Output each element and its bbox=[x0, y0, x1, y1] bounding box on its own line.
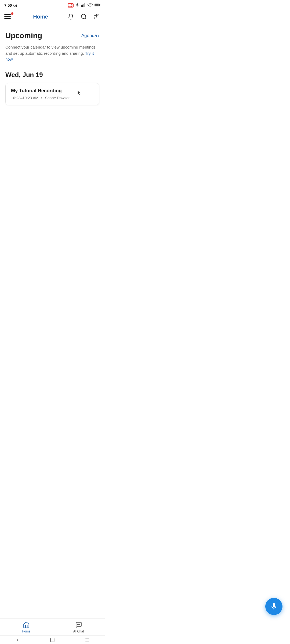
svg-rect-5 bbox=[84, 3, 85, 7]
recording-title: My Tutorial Recording bbox=[11, 88, 94, 94]
svg-point-10 bbox=[81, 14, 86, 19]
svg-rect-2 bbox=[81, 5, 82, 7]
agenda-link[interactable]: Agenda bbox=[81, 33, 99, 39]
upload-button[interactable] bbox=[93, 13, 100, 20]
svg-rect-0 bbox=[68, 4, 71, 7]
menu-badge bbox=[11, 12, 13, 15]
svg-rect-9 bbox=[95, 4, 99, 6]
upcoming-description: Connect your calendar to view upcoming m… bbox=[5, 44, 99, 63]
notification-button[interactable] bbox=[67, 13, 75, 20]
svg-rect-4 bbox=[83, 4, 84, 7]
video-record-icon bbox=[68, 3, 74, 8]
status-bar: 7:50 AM bbox=[0, 0, 105, 10]
search-button[interactable] bbox=[80, 13, 88, 20]
upcoming-title: Upcoming bbox=[5, 31, 42, 40]
signal-icon bbox=[81, 3, 86, 8]
svg-rect-3 bbox=[82, 5, 83, 7]
recording-card[interactable]: My Tutorial Recording 10:23–10:23 AM • S… bbox=[5, 83, 99, 105]
status-icons bbox=[68, 3, 100, 8]
nav-icons bbox=[67, 13, 100, 20]
recording-presenter: Shane Dawson bbox=[45, 96, 71, 100]
nav-title: Home bbox=[33, 14, 48, 20]
status-time: 7:50 AM bbox=[4, 3, 17, 8]
svg-line-11 bbox=[85, 18, 86, 19]
bluetooth-icon bbox=[75, 3, 79, 8]
date-heading: Wed, Jun 19 bbox=[5, 71, 99, 79]
upcoming-header: Upcoming Agenda bbox=[5, 31, 99, 40]
svg-point-6 bbox=[90, 6, 91, 7]
meta-dot: • bbox=[41, 96, 42, 100]
svg-rect-8 bbox=[100, 4, 100, 5]
svg-marker-1 bbox=[71, 4, 73, 7]
nav-bar: Home bbox=[0, 10, 105, 25]
recording-meta: 10:23–10:23 AM • Shane Dawson bbox=[11, 96, 94, 100]
wifi-icon bbox=[88, 3, 93, 8]
recording-time: 10:23–10:23 AM bbox=[11, 96, 38, 100]
battery-icon bbox=[95, 3, 100, 8]
menu-button[interactable] bbox=[4, 12, 14, 21]
main-content: Upcoming Agenda Connect your calendar to… bbox=[0, 25, 105, 112]
